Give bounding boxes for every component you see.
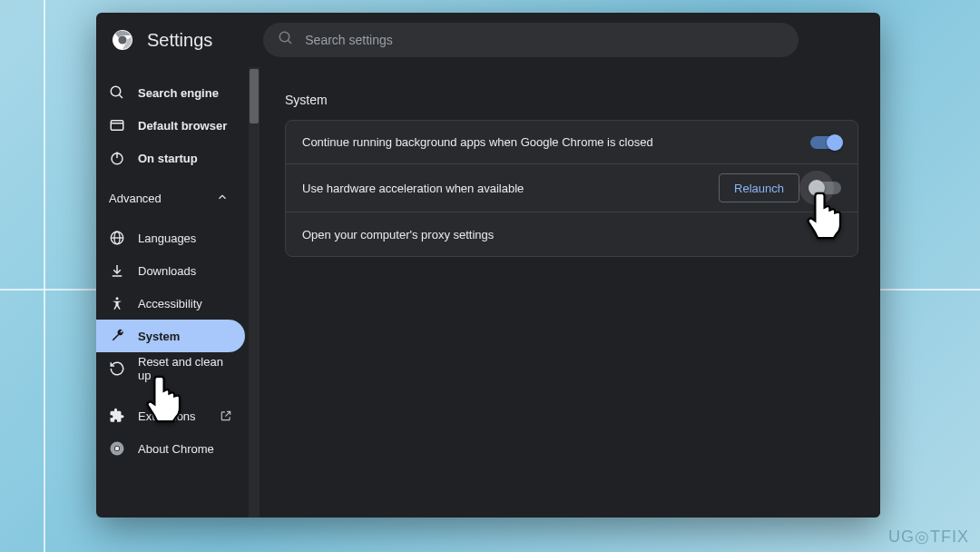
toggle-background-apps[interactable] xyxy=(810,136,841,149)
sidebar-item-label: Reset and clean up xyxy=(138,355,232,382)
page-title: Settings xyxy=(147,30,212,51)
svg-line-5 xyxy=(119,94,122,98)
section-title: System xyxy=(285,93,858,107)
sidebar-item-label: System xyxy=(138,330,180,343)
sidebar-item-label: About Chrome xyxy=(138,442,214,456)
sidebar-item-system[interactable]: System xyxy=(96,320,245,352)
chrome-logo-icon xyxy=(113,30,132,50)
chevron-up-icon xyxy=(216,191,229,206)
svg-rect-6 xyxy=(111,121,123,131)
sidebar-section-label: Advanced xyxy=(109,192,162,205)
svg-point-4 xyxy=(111,86,121,96)
power-icon xyxy=(109,150,125,166)
row-hardware-acceleration: Use hardware acceleration when available… xyxy=(286,164,858,212)
sidebar-scrollbar[interactable] xyxy=(249,67,260,518)
sidebar-item-label: Downloads xyxy=(138,264,196,278)
sidebar-item-about-chrome[interactable]: About Chrome xyxy=(96,432,245,465)
row-label: Continue running background apps when Go… xyxy=(302,135,799,149)
scroll-thumb[interactable] xyxy=(250,69,259,123)
download-icon xyxy=(109,262,125,279)
row-label: Open your computer's proxy settings xyxy=(302,228,841,242)
sidebar-item-search-engine[interactable]: Search engine xyxy=(96,76,245,109)
sidebar-item-label: Extensions xyxy=(138,409,196,423)
sidebar-item-downloads[interactable]: Downloads xyxy=(96,254,245,287)
sidebar-item-default-browser[interactable]: Default browser xyxy=(96,109,245,142)
chrome-settings-window: Settings Search engine Default browser O… xyxy=(96,13,880,518)
toggle-hardware-acceleration[interactable] xyxy=(810,182,841,194)
sidebar: Search engine Default browser On startup… xyxy=(96,67,260,518)
main-content: System Continue running background apps … xyxy=(260,67,880,518)
search-icon xyxy=(109,84,125,101)
search-input[interactable] xyxy=(305,33,784,47)
sidebar-item-label: Languages xyxy=(138,232,196,245)
watermark: UG◎TFIX xyxy=(888,527,969,547)
header: Settings xyxy=(96,13,880,67)
sidebar-item-label: Search engine xyxy=(138,86,219,100)
search-icon xyxy=(278,30,294,50)
svg-line-16 xyxy=(225,411,230,416)
svg-line-3 xyxy=(289,40,292,44)
svg-point-15 xyxy=(116,297,119,300)
sidebar-item-label: On startup xyxy=(138,152,198,165)
sidebar-section-advanced[interactable]: Advanced xyxy=(96,182,245,214)
sidebar-item-label: Accessibility xyxy=(138,297,202,310)
row-label: Use hardware acceleration when available xyxy=(302,182,708,195)
browser-icon xyxy=(109,117,125,133)
sidebar-item-label: Default browser xyxy=(138,119,227,133)
sidebar-item-languages[interactable]: Languages xyxy=(96,222,245,254)
person-icon xyxy=(109,295,125,311)
sidebar-item-extensions[interactable]: Extensions xyxy=(96,399,245,432)
row-proxy-settings[interactable]: Open your computer's proxy settings xyxy=(286,212,858,256)
sidebar-item-on-startup[interactable]: On startup xyxy=(96,142,245,174)
search-bar[interactable] xyxy=(263,23,799,57)
row-background-apps: Continue running background apps when Go… xyxy=(286,121,858,164)
chrome-icon xyxy=(109,440,125,457)
svg-point-19 xyxy=(115,447,120,451)
history-icon xyxy=(109,360,125,377)
svg-point-1 xyxy=(118,35,126,44)
system-settings-card: Continue running background apps when Go… xyxy=(285,120,858,257)
sidebar-item-accessibility[interactable]: Accessibility xyxy=(96,287,245,320)
puzzle-icon xyxy=(109,408,125,424)
external-link-icon xyxy=(220,409,232,422)
svg-point-2 xyxy=(280,32,290,42)
relaunch-button[interactable]: Relaunch xyxy=(719,173,799,202)
sidebar-item-reset[interactable]: Reset and clean up xyxy=(96,352,245,385)
globe-icon xyxy=(109,230,125,246)
wrench-icon xyxy=(109,328,125,344)
